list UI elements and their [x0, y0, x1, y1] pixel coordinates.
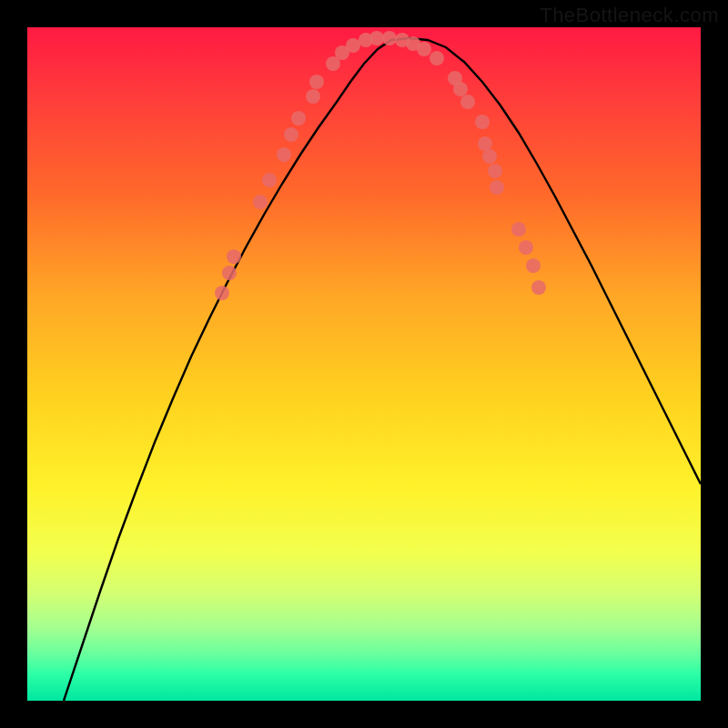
- curve-marker: [526, 258, 541, 273]
- curve-marker: [490, 180, 504, 195]
- curve-marker: [222, 266, 237, 280]
- curve-marker: [460, 95, 475, 109]
- curve-marker: [453, 82, 468, 96]
- curve-marker: [346, 38, 360, 53]
- curve-marker: [430, 51, 444, 66]
- bottleneck-curve: [64, 38, 701, 701]
- curve-marker: [227, 249, 241, 264]
- watermark-text: TheBottleneck.com: [540, 4, 719, 27]
- curve-marker: [284, 127, 298, 142]
- curve-marker: [475, 115, 490, 129]
- curve-marker: [262, 173, 277, 187]
- curve-marker: [531, 280, 546, 295]
- curve-marker: [519, 240, 533, 255]
- curve-markers: [215, 31, 546, 300]
- curve-marker: [417, 42, 431, 56]
- curve-marker: [309, 75, 324, 89]
- curve-marker: [291, 111, 306, 126]
- chart-frame: [27, 27, 701, 701]
- curve-marker: [253, 195, 268, 209]
- curve-marker: [277, 147, 291, 162]
- curve-marker: [488, 164, 502, 178]
- curve-marker: [478, 136, 492, 151]
- curve-marker: [306, 89, 320, 104]
- curve-marker: [482, 149, 497, 164]
- curve-marker: [511, 222, 526, 237]
- curve-marker: [369, 31, 384, 46]
- curve-marker: [215, 286, 229, 300]
- curve-marker: [382, 31, 397, 46]
- chart-svg: [27, 27, 701, 701]
